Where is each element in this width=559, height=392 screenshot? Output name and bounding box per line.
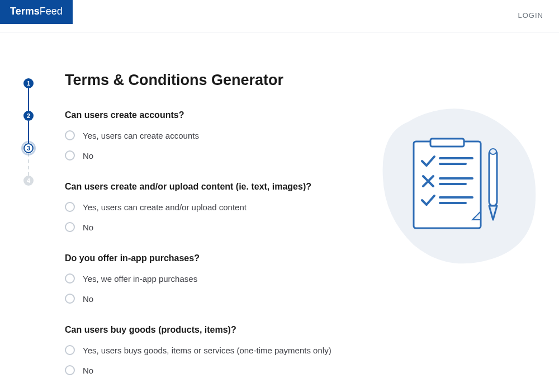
step-2[interactable]: 2 xyxy=(23,111,34,121)
radio-icon xyxy=(65,202,75,212)
step-4[interactable]: 4 xyxy=(23,176,34,186)
document-icon xyxy=(400,130,511,242)
question-block: Can users create and/or upload content (… xyxy=(65,182,350,232)
radio-icon xyxy=(65,345,75,355)
step-1[interactable]: 1 xyxy=(23,78,34,88)
login-link[interactable]: LOGIN xyxy=(518,0,559,20)
option-label: Yes, users can create accounts xyxy=(83,131,199,140)
connector xyxy=(28,88,29,111)
radio-option[interactable]: Yes, users can create accounts xyxy=(65,130,350,140)
radio-option[interactable]: Yes, we offer in-app purchases xyxy=(65,273,350,284)
radio-icon xyxy=(65,365,75,375)
logo-text-1: Terms xyxy=(10,6,40,17)
stepper: 1 2 3 4 xyxy=(20,72,37,392)
question-block: Do you offer in-app purchases? Yes, we o… xyxy=(65,253,350,304)
svg-point-9 xyxy=(490,149,496,154)
radio-icon xyxy=(65,150,75,160)
container: 1 2 3 4 Terms & Conditions Generator Can… xyxy=(0,32,559,392)
step-3[interactable]: 3 xyxy=(23,143,34,153)
header: TermsFeed LOGIN xyxy=(0,0,559,32)
connector xyxy=(28,121,29,143)
radio-icon xyxy=(65,222,75,232)
page-title: Terms & Conditions Generator xyxy=(65,72,350,89)
connector xyxy=(28,153,29,176)
options: Yes, users buys goods, items or services… xyxy=(65,345,350,375)
radio-option[interactable]: Yes, users can create and/or upload cont… xyxy=(65,202,350,212)
question-block: Can users buy goods (products, items)? Y… xyxy=(65,325,350,375)
logo-text-2: Feed xyxy=(40,6,63,17)
option-label: No xyxy=(83,294,93,304)
option-label: Yes, users buys goods, items or services… xyxy=(83,346,331,355)
illustration xyxy=(369,100,542,273)
radio-option[interactable]: No xyxy=(65,294,350,304)
options: Yes, users can create accounts No xyxy=(65,130,350,160)
svg-rect-1 xyxy=(430,139,464,147)
main-content: Terms & Conditions Generator Can users c… xyxy=(37,72,350,392)
svg-rect-8 xyxy=(489,150,497,206)
radio-icon xyxy=(65,273,75,284)
question-block: Can users create accounts? Yes, users ca… xyxy=(65,110,350,160)
option-label: No xyxy=(83,366,93,375)
option-label: Yes, users can create and/or upload cont… xyxy=(83,202,247,212)
option-label: Yes, we offer in-app purchases xyxy=(83,274,197,284)
options: Yes, we offer in-app purchases No xyxy=(65,273,350,304)
option-label: No xyxy=(83,151,93,160)
radio-icon xyxy=(65,130,75,140)
radio-option[interactable]: No xyxy=(65,222,350,232)
logo[interactable]: TermsFeed xyxy=(0,0,73,24)
question-text: Can users create accounts? xyxy=(65,110,350,120)
question-text: Can users create and/or upload content (… xyxy=(65,182,350,192)
question-text: Can users buy goods (products, items)? xyxy=(65,325,350,335)
question-text: Do you offer in-app purchases? xyxy=(65,253,350,263)
option-label: No xyxy=(83,223,93,232)
radio-option[interactable]: No xyxy=(65,150,350,160)
radio-option[interactable]: Yes, users buys goods, items or services… xyxy=(65,345,350,355)
radio-option[interactable]: No xyxy=(65,365,350,375)
radio-icon xyxy=(65,294,75,304)
options: Yes, users can create and/or upload cont… xyxy=(65,202,350,232)
